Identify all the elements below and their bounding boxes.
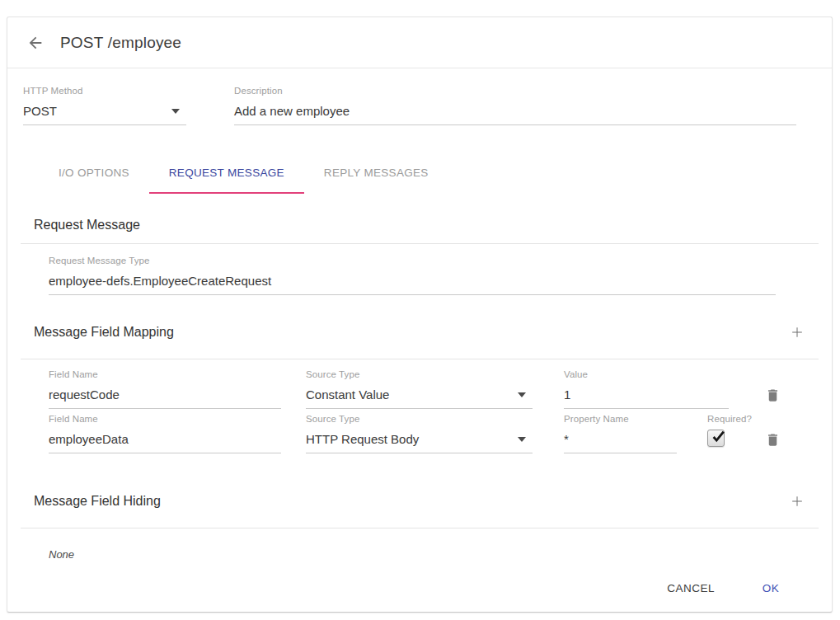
tab-reply-messages[interactable]: REPLY MESSAGES [304,167,448,194]
request-message-type-field: Request Message Type employee-defs.Emplo… [49,256,776,295]
value-field: Value 1 [564,369,729,409]
http-method-select[interactable]: POST [23,101,186,125]
endpoint-editor-card: POST /employee HTTP Method POST Descript… [7,16,833,613]
property-name-field: Property Name * [564,414,677,453]
page-title: POST /employee [60,34,181,52]
divider [21,243,819,244]
field-hiding-title: Message Field Hiding [34,494,161,509]
field-hiding-empty-text: None [49,548,832,561]
source-type-label: Source Type [306,369,533,379]
description-label: Description [234,86,796,96]
cancel-button[interactable]: CANCEL [660,574,721,603]
request-message-type-label: Request Message Type [49,256,776,265]
http-method-field: HTTP Method POST [23,86,186,125]
trash-icon [765,388,781,403]
description-input[interactable]: Add a new employee [234,101,796,125]
field-mapping-row: Field Name employeeData Source Type HTTP… [49,414,832,453]
required-label: Required? [707,414,752,424]
add-field-mapping-button[interactable] [787,322,807,342]
http-method-label: HTTP Method [23,86,186,96]
back-button[interactable] [24,31,47,54]
delete-row-button[interactable] [763,386,782,405]
required-field: Required? [707,414,752,453]
ok-button[interactable]: OK [744,574,797,603]
value-input[interactable]: 1 [564,385,729,409]
field-mapping-title: Message Field Mapping [34,325,174,340]
source-type-field: Source Type HTTP Request Body [306,414,533,453]
field-name-field: Field Name employeeData [49,414,281,453]
field-name-label: Field Name [49,369,281,379]
source-type-field: Source Type Constant Value [306,369,533,409]
field-hiding-header: Message Field Hiding [7,491,832,511]
dialog-actions: CANCEL OK [7,574,797,603]
tab-io-options[interactable]: I/O OPTIONS [39,167,149,194]
top-form-row: HTTP Method POST Description Add a new e… [23,86,832,125]
tab-bar: I/O OPTIONS REQUEST MESSAGE REPLY MESSAG… [39,167,832,194]
source-type-value: HTTP Request Body [306,432,419,446]
dropdown-caret-icon [171,109,180,114]
dropdown-caret-icon [518,392,526,397]
field-name-field: Field Name requestCode [49,369,281,409]
add-field-hiding-button[interactable] [787,491,807,511]
property-name-label: Property Name [564,414,677,424]
value-label: Value [564,369,729,379]
request-message-type-input[interactable]: employee-defs.EmployeeCreateRequest [49,271,776,295]
dropdown-caret-icon [518,437,526,442]
tab-request-message[interactable]: REQUEST MESSAGE [149,167,304,194]
source-type-label: Source Type [306,414,533,424]
field-mapping-rows: Field Name requestCode Source Type Const… [7,369,832,453]
field-name-label: Field Name [49,414,281,424]
required-checkbox[interactable] [707,430,725,447]
trash-icon [765,432,781,448]
delete-row-button[interactable] [763,430,782,449]
request-message-title: Request Message [34,218,832,233]
divider [21,359,819,359]
field-mapping-header: Message Field Mapping [7,322,832,342]
source-type-select[interactable]: HTTP Request Body [306,430,533,453]
description-field: Description Add a new employee [234,86,796,125]
arrow-back-icon [26,34,45,52]
checkmark-icon [709,427,729,447]
header: POST /employee [7,17,832,68]
plus-icon [789,324,805,341]
property-name-input[interactable]: * [564,430,677,453]
field-name-input[interactable]: requestCode [49,385,281,409]
source-type-value: Constant Value [306,388,389,402]
field-name-input[interactable]: employeeData [49,430,281,453]
plus-icon [789,493,805,510]
http-method-value: POST [23,104,57,118]
field-mapping-row: Field Name requestCode Source Type Const… [49,369,832,409]
source-type-select[interactable]: Constant Value [306,385,533,409]
divider [21,528,819,528]
